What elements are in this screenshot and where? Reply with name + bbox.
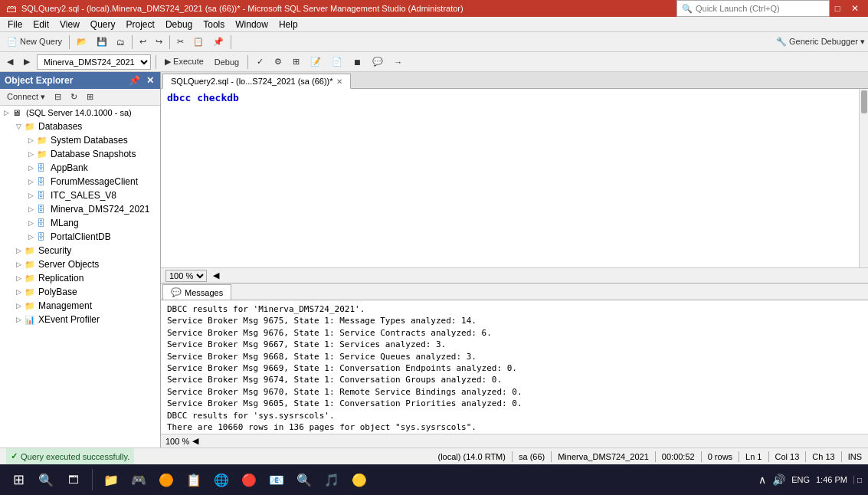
menu-query[interactable]: Query [86,18,120,31]
quick-launch-bar[interactable]: 🔍 [676,0,830,17]
maximize-button[interactable]: □ [832,3,843,14]
copy-button[interactable]: 📋 [189,34,208,49]
expand-icon: ▷ [12,316,25,323]
tree-security[interactable]: ▷ 📁 Security [0,244,160,257]
quick-launch-input[interactable] [696,4,824,13]
tree-replication[interactable]: ▷ 📁 Replication [0,271,160,285]
oe-close-button[interactable]: ✕ [145,75,156,86]
oe-connect-button[interactable]: Connect ▾ [3,90,49,104]
expand-icon: ▷ [25,219,37,227]
folder-icon: 📁 [25,274,37,284]
result-line-6: Service Broker Msg 9669, State 1: Conver… [167,362,862,374]
taskbar-chrome[interactable]: 🟠 [154,467,179,492]
folder-icon: 📁 [37,149,49,159]
server-icon: 🖥 [12,108,25,117]
editor-scrollbar[interactable] [859,89,868,267]
editor-container[interactable]: dbcc checkdb [161,89,868,267]
menu-project[interactable]: Project [122,18,159,31]
editor-tab-active[interactable]: SQLQuery2.sql - (lo...S724_2021 (sa (66)… [162,74,351,89]
oe-filter-button[interactable]: ⊞ [83,90,97,104]
execute-button[interactable]: ▶ Execute [161,54,208,69]
tree-itcsales[interactable]: ▷ 🗄 ITC_SALES_V8 [0,188,160,202]
taskbar-sep [92,469,93,490]
redo-button[interactable]: ↪ [152,34,166,49]
task-view-button[interactable]: 🗔 [61,467,86,492]
tree-xevent-profiler[interactable]: ▷ 📊 XEvent Profiler [0,313,160,326]
minerva-label: Minerva_DMS724_2021 [51,204,149,215]
tree-polybase[interactable]: ▷ 📁 PolyBase [0,285,160,299]
messages-tab[interactable]: 💬 Messages [162,284,231,300]
parse-button[interactable]: ⚙ [270,54,286,69]
oe-disconnect-button[interactable]: ⊟ [51,90,65,104]
check-button[interactable]: ✓ [253,54,267,69]
comment-button[interactable]: 💬 [368,54,387,69]
tree-mlang[interactable]: ▷ 🗄 MLang [0,216,160,230]
tree-system-dbs[interactable]: ▷ 📁 System Databases [0,133,160,147]
search-button[interactable]: 🔍 [34,467,58,492]
result-line-1: DBCC results for 'Minerva_DMS724_2021'. [167,303,862,315]
expand-icon: ▽ [12,123,25,130]
status-ln: Ln 1 [745,452,762,461]
tree-db-snapshots[interactable]: ▷ 📁 Database Snapshots [0,147,160,161]
menu-debug[interactable]: Debug [161,18,197,31]
taskbar-ssms[interactable]: 📋 [182,467,206,492]
oe-pin-button[interactable]: 📌 [127,75,142,86]
close-button[interactable]: ✕ [848,3,862,14]
zoom-select[interactable]: 100 % [165,270,207,282]
menu-help[interactable]: Help [274,18,303,31]
taskbar-file-explorer[interactable]: 📁 [99,467,123,492]
taskbar-orange[interactable]: 🟡 [347,467,372,492]
text-button[interactable]: 📝 [306,54,325,69]
toolbar-back-button[interactable]: ◀ [3,54,17,69]
tree-databases-folder[interactable]: ▽ 📁 Databases [0,120,160,133]
taskbar-browser[interactable]: 🌐 [209,467,234,492]
stop-button[interactable]: ⏹ [349,55,365,69]
menu-view[interactable]: View [55,18,84,31]
save-button[interactable]: 💾 [93,34,111,49]
file-button[interactable]: 📄 [328,54,346,69]
tree-server-node[interactable]: ▷ 🖥 (SQL Server 14.0.1000 - sa) [0,106,160,120]
grid-button[interactable]: ⊞ [289,54,303,69]
tray-network-icon[interactable]: 🔊 [772,474,785,486]
status-db: Minerva_DMS724_2021 [558,452,649,461]
new-query-button[interactable]: 📄 New Query [3,34,66,49]
taskbar-system-tray: ∧ 🔊 ENG 1:46 PM □ [758,474,862,486]
tab-close-button[interactable]: ✕ [336,77,342,86]
tree-appbank[interactable]: ▷ 🗄 AppBank [0,161,160,175]
toolbar-forward-button[interactable]: ▶ [20,54,34,69]
menu-tools[interactable]: Tools [198,18,229,31]
tree-management[interactable]: ▷ 📁 Management [0,299,160,313]
expand-icon: ▷ [12,288,25,296]
mlang-label: MLang [51,218,79,228]
taskbar-edge[interactable]: 🎮 [126,467,151,492]
menu-file[interactable]: File [3,18,27,31]
taskbar-search2[interactable]: 🔍 [292,467,316,492]
results-zoom-label: 100 % [165,437,189,446]
cut-button[interactable]: ✂ [173,34,188,49]
tree-minerva[interactable]: ▷ 🗄 Minerva_DMS724_2021 [0,202,160,216]
clock[interactable]: 1:46 PM [816,475,847,484]
expand-icon: ▷ [25,164,37,172]
menu-edit[interactable]: Edit [28,18,54,31]
editor-content[interactable]: dbcc checkdb [161,89,868,267]
expand-icon: ▷ [25,136,37,144]
undo-button[interactable]: ↩ [136,34,150,49]
tray-expand-icon[interactable]: ∧ [758,474,766,486]
start-button[interactable]: ⊞ [6,467,31,492]
show-desktop-button[interactable]: □ [853,476,862,484]
save-all-button[interactable]: 🗂 [113,35,129,49]
taskbar-app-red[interactable]: 🔴 [237,467,261,492]
oe-refresh-button[interactable]: ↻ [67,90,81,104]
tree-forummsgclient[interactable]: ▷ 🗄 ForumMessageClient [0,175,160,188]
indent-button[interactable]: → [390,55,406,69]
tree-server-objects[interactable]: ▷ 📁 Server Objects [0,257,160,271]
debug-button[interactable]: Debug [211,55,243,69]
open-button[interactable]: 📂 [73,34,91,49]
tray-lang-icon[interactable]: ENG [791,475,810,484]
taskbar-email[interactable]: 📧 [264,467,289,492]
database-selector[interactable]: Minerva_DMS724_2021 [37,54,151,70]
paste-button[interactable]: 📌 [209,34,228,49]
menu-window[interactable]: Window [231,18,273,31]
tree-portalclientdb[interactable]: ▷ 🗄 PortalClientDB [0,230,160,244]
taskbar-music[interactable]: 🎵 [319,467,344,492]
